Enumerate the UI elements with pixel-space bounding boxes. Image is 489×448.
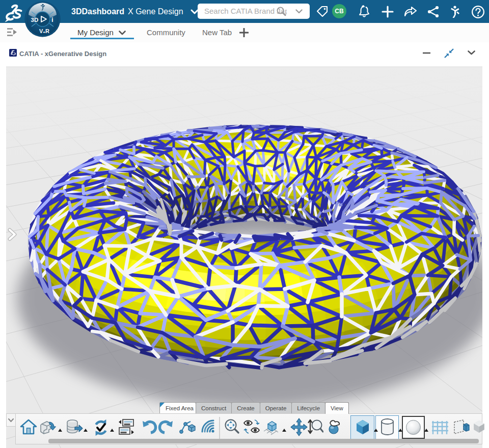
svg-text:3D: 3D xyxy=(31,17,39,23)
svg-text:i: i xyxy=(51,16,53,23)
